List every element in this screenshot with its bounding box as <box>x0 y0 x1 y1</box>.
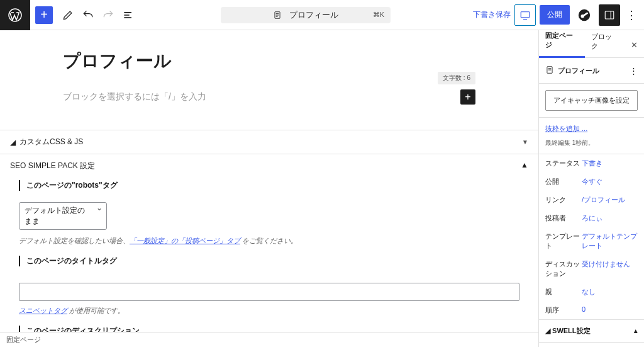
author-value[interactable]: ろにぃ <box>582 213 638 223</box>
swell-mark-icon: ◢ <box>10 138 16 147</box>
svg-rect-2 <box>521 11 530 17</box>
sidebar-page-header: プロフィール ⋮ <box>539 58 644 84</box>
more-options-icon[interactable]: ⋮ <box>624 8 639 22</box>
breadcrumb[interactable]: 固定ページ <box>0 332 538 347</box>
template-value[interactable]: デフォルトテンプレート <box>582 232 638 251</box>
title-tag-label: このページのタイトルタグ <box>26 256 519 266</box>
publish-button[interactable]: 公開 <box>540 5 570 25</box>
document-title-pill[interactable]: プロフィール ⌘K <box>221 7 391 23</box>
page-title[interactable]: プロフィール <box>63 49 475 73</box>
shortcut-label: ⌘K <box>373 11 384 19</box>
link-value[interactable]: /プロフィール <box>582 195 638 205</box>
swell-panel-body: サブタイトル アイキャッチ画像の注釈 <box>539 343 644 347</box>
block-placeholder[interactable]: ブロックを選択するには「/」を入力 + <box>55 89 483 105</box>
top-toolbar: + プロフィール ⌘K 下書き保存 公開 ⋮ <box>0 0 644 30</box>
close-icon[interactable]: ✕ <box>625 33 644 57</box>
chevron-up-icon[interactable]: ▲ <box>521 161 528 171</box>
save-draft-link[interactable]: 下書き保存 <box>473 9 511 20</box>
toolbar-center: プロフィール ⌘K <box>138 7 473 23</box>
order-value[interactable]: 0 <box>582 305 638 315</box>
robots-help: デフォルト設定を確認したい場合、「一般設定」の「投稿ページ」タブ をご覧ください… <box>19 236 519 246</box>
title-tag-input[interactable] <box>19 283 519 301</box>
redo-icon[interactable] <box>98 4 118 26</box>
discussion-value[interactable]: 受け付けません <box>582 259 638 278</box>
sidebar-tabs: 固定ページ ブロック ✕ <box>539 30 644 58</box>
placeholder-hint: ブロックを選択するには「/」を入力 <box>63 91 206 103</box>
add-excerpt-link[interactable]: 抜粋を追加 ... <box>545 124 638 134</box>
add-block-button[interactable]: + <box>35 6 53 24</box>
swell-mark-icon: ◢ <box>545 327 550 334</box>
toolbar-right: 下書き保存 公開 ⋮ <box>473 4 644 26</box>
document-overview-icon[interactable] <box>118 4 138 26</box>
edit-tool-icon[interactable] <box>58 4 78 26</box>
page-icon <box>273 10 283 20</box>
custom-css-js-panel[interactable]: ◢カスタムCSS & JS ▼ <box>0 130 538 154</box>
settings-sidebar: 固定ページ ブロック ✕ プロフィール ⋮ アイキャッチ画像を設定 抜粋を追加 … <box>538 30 644 347</box>
editor-canvas: プロフィール 文字数 : 6 ブロックを選択するには「/」を入力 + ◢カスタム… <box>0 30 538 347</box>
wordpress-logo[interactable] <box>0 0 30 30</box>
page-actions-icon[interactable]: ⋮ <box>630 66 638 76</box>
page-icon <box>545 65 554 76</box>
last-edited: 最終編集 1秒前。 <box>545 139 638 147</box>
jetpack-icon[interactable] <box>574 4 595 26</box>
parent-value[interactable]: なし <box>582 287 638 297</box>
publish-value[interactable]: 今すぐ <box>582 177 638 186</box>
settings-panel-toggle[interactable] <box>599 4 620 26</box>
toolbar-left: + <box>0 0 138 30</box>
tab-page[interactable]: 固定ページ <box>539 30 585 58</box>
seo-panel: SEO SIMPLE PACK 設定 ▲ このページの"robots"タグ デフ… <box>0 154 538 347</box>
chevron-up-icon: ▴ <box>634 327 638 335</box>
robots-select[interactable]: デフォルト設定のまま <box>19 202 107 230</box>
svg-rect-5 <box>605 11 614 19</box>
seo-panel-title: SEO SIMPLE PACK 設定 <box>10 161 95 171</box>
page-summary-rows: ステータス下書き 公開今すぐ リンク/プロフィール 投稿者ろにぃ テンプレートデ… <box>539 154 644 320</box>
robots-help-link[interactable]: 「一般設定」の「投稿ページ」タブ <box>130 237 240 244</box>
wordpress-icon <box>8 8 23 23</box>
main-area: プロフィール 文字数 : 6 ブロックを選択するには「/」を入力 + ◢カスタム… <box>0 30 644 347</box>
snippet-link[interactable]: スニペットタグ <box>19 307 67 314</box>
preview-button[interactable] <box>514 4 536 26</box>
char-count-badge: 文字数 : 6 <box>438 72 475 84</box>
set-featured-image-button[interactable]: アイキャッチ画像を設定 <box>545 90 638 111</box>
snippet-help: スニペットタグ が使用可能です。 <box>19 306 519 316</box>
swell-panel-header[interactable]: ◢ SWELL設定 ▴ <box>539 320 644 343</box>
document-title: プロフィール <box>289 9 338 21</box>
tab-block[interactable]: ブロック <box>585 30 625 57</box>
robots-label: このページの"robots"タグ <box>26 180 519 191</box>
chevron-down-icon: ▼ <box>522 139 528 145</box>
undo-icon[interactable] <box>78 4 98 26</box>
status-value[interactable]: 下書き <box>582 159 638 168</box>
add-block-inline-button[interactable]: + <box>460 89 475 105</box>
